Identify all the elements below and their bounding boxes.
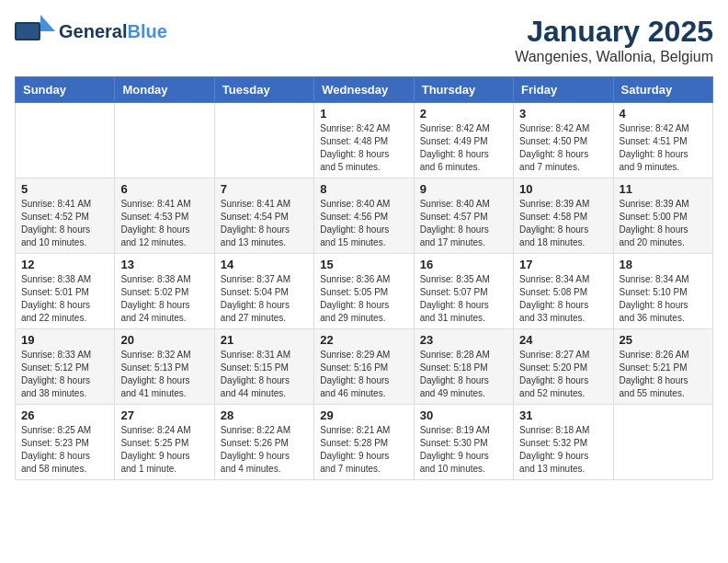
calendar-cell: 15Sunrise: 8:36 AM Sunset: 5:05 PM Dayli… [314, 254, 414, 329]
day-info: Sunrise: 8:36 AM Sunset: 5:05 PM Dayligh… [320, 273, 407, 325]
weekday-header-sunday: Sunday [16, 77, 115, 103]
day-number: 19 [21, 333, 108, 347]
calendar-cell: 31Sunrise: 8:18 AM Sunset: 5:32 PM Dayli… [514, 405, 613, 480]
calendar-cell: 7Sunrise: 8:41 AM Sunset: 4:54 PM Daylig… [214, 178, 313, 254]
day-info: Sunrise: 8:42 AM Sunset: 4:51 PM Dayligh… [620, 122, 707, 174]
day-info: Sunrise: 8:29 AM Sunset: 5:16 PM Dayligh… [320, 349, 407, 400]
day-info: Sunrise: 8:31 AM Sunset: 5:15 PM Dayligh… [221, 349, 308, 400]
weekday-header-tuesday: Tuesday [214, 77, 313, 103]
day-number: 6 [120, 182, 208, 196]
calendar-cell: 1Sunrise: 8:42 AM Sunset: 4:48 PM Daylig… [314, 103, 414, 178]
day-number: 4 [620, 107, 707, 121]
calendar-cell: 8Sunrise: 8:40 AM Sunset: 4:56 PM Daylig… [314, 178, 414, 254]
calendar-cell: 14Sunrise: 8:37 AM Sunset: 5:04 PM Dayli… [214, 254, 313, 329]
day-number: 25 [620, 333, 707, 347]
day-number: 10 [519, 182, 607, 196]
day-number: 30 [420, 408, 507, 422]
weekday-header-row: SundayMondayTuesdayWednesdayThursdayFrid… [16, 77, 713, 103]
logo: GeneralBlue [15, 15, 167, 48]
day-number: 20 [120, 333, 208, 347]
day-number: 31 [519, 408, 607, 422]
day-number: 28 [221, 408, 308, 422]
day-number: 27 [120, 408, 208, 422]
day-info: Sunrise: 8:40 AM Sunset: 4:56 PM Dayligh… [320, 198, 407, 249]
day-info: Sunrise: 8:38 AM Sunset: 5:02 PM Dayligh… [120, 273, 208, 325]
day-info: Sunrise: 8:42 AM Sunset: 4:48 PM Dayligh… [320, 122, 407, 174]
day-info: Sunrise: 8:25 AM Sunset: 5:23 PM Dayligh… [21, 424, 108, 476]
day-info: Sunrise: 8:39 AM Sunset: 4:58 PM Dayligh… [519, 198, 607, 249]
week-row-3: 12Sunrise: 8:38 AM Sunset: 5:01 PM Dayli… [16, 254, 713, 329]
page-header: GeneralBlue January 2025 Wangenies, Wall… [15, 15, 713, 65]
weekday-header-saturday: Saturday [613, 77, 712, 103]
weekday-header-wednesday: Wednesday [314, 77, 414, 103]
day-info: Sunrise: 8:19 AM Sunset: 5:30 PM Dayligh… [420, 424, 507, 476]
calendar-cell: 25Sunrise: 8:26 AM Sunset: 5:21 PM Dayli… [613, 329, 712, 405]
week-row-1: 1Sunrise: 8:42 AM Sunset: 4:48 PM Daylig… [16, 103, 713, 178]
day-info: Sunrise: 8:34 AM Sunset: 5:10 PM Dayligh… [620, 273, 707, 325]
day-number: 13 [120, 258, 208, 271]
calendar-cell: 20Sunrise: 8:32 AM Sunset: 5:13 PM Dayli… [115, 329, 214, 405]
day-info: Sunrise: 8:42 AM Sunset: 4:50 PM Dayligh… [519, 122, 607, 174]
calendar-cell: 12Sunrise: 8:38 AM Sunset: 5:01 PM Dayli… [16, 254, 115, 329]
day-number: 5 [21, 182, 108, 196]
day-number: 26 [21, 408, 108, 422]
calendar-cell [613, 405, 712, 480]
calendar-cell: 23Sunrise: 8:28 AM Sunset: 5:18 PM Dayli… [414, 329, 513, 405]
weekday-header-friday: Friday [514, 77, 613, 103]
calendar-cell: 30Sunrise: 8:19 AM Sunset: 5:30 PM Dayli… [414, 405, 513, 480]
calendar-cell: 3Sunrise: 8:42 AM Sunset: 4:50 PM Daylig… [514, 103, 613, 178]
calendar-cell [115, 103, 214, 178]
day-info: Sunrise: 8:34 AM Sunset: 5:08 PM Dayligh… [519, 273, 607, 325]
day-number: 7 [221, 182, 308, 196]
calendar-cell [214, 103, 313, 178]
day-info: Sunrise: 8:33 AM Sunset: 5:12 PM Dayligh… [21, 349, 108, 400]
day-info: Sunrise: 8:26 AM Sunset: 5:21 PM Dayligh… [620, 349, 707, 400]
calendar-cell: 22Sunrise: 8:29 AM Sunset: 5:16 PM Dayli… [314, 329, 414, 405]
day-info: Sunrise: 8:37 AM Sunset: 5:04 PM Dayligh… [221, 273, 308, 325]
page-title: January 2025 [515, 15, 713, 49]
page-subtitle: Wangenies, Wallonia, Belgium [515, 49, 713, 65]
logo-icon [15, 15, 55, 48]
day-number: 22 [320, 333, 407, 347]
day-info: Sunrise: 8:41 AM Sunset: 4:53 PM Dayligh… [120, 198, 208, 249]
day-info: Sunrise: 8:27 AM Sunset: 5:20 PM Dayligh… [519, 349, 607, 400]
calendar-cell: 28Sunrise: 8:22 AM Sunset: 5:26 PM Dayli… [214, 405, 313, 480]
logo-text: GeneralBlue [59, 21, 167, 41]
calendar-cell: 19Sunrise: 8:33 AM Sunset: 5:12 PM Dayli… [16, 329, 115, 405]
day-info: Sunrise: 8:28 AM Sunset: 5:18 PM Dayligh… [420, 349, 507, 400]
day-number: 11 [620, 182, 707, 196]
day-number: 15 [320, 258, 407, 271]
calendar-cell: 27Sunrise: 8:24 AM Sunset: 5:25 PM Dayli… [115, 405, 214, 480]
day-number: 23 [420, 333, 507, 347]
day-number: 17 [519, 258, 607, 271]
weekday-header-thursday: Thursday [414, 77, 513, 103]
day-number: 3 [519, 107, 607, 121]
week-row-5: 26Sunrise: 8:25 AM Sunset: 5:23 PM Dayli… [16, 405, 713, 480]
day-info: Sunrise: 8:38 AM Sunset: 5:01 PM Dayligh… [21, 273, 108, 325]
day-number: 16 [420, 258, 507, 271]
svg-rect-2 [17, 24, 39, 39]
calendar-cell: 21Sunrise: 8:31 AM Sunset: 5:15 PM Dayli… [214, 329, 313, 405]
calendar-cell: 24Sunrise: 8:27 AM Sunset: 5:20 PM Dayli… [514, 329, 613, 405]
calendar-cell: 6Sunrise: 8:41 AM Sunset: 4:53 PM Daylig… [115, 178, 214, 254]
calendar-table: SundayMondayTuesdayWednesdayThursdayFrid… [15, 76, 713, 480]
day-info: Sunrise: 8:32 AM Sunset: 5:13 PM Dayligh… [120, 349, 208, 400]
day-info: Sunrise: 8:24 AM Sunset: 5:25 PM Dayligh… [120, 424, 208, 476]
day-info: Sunrise: 8:41 AM Sunset: 4:54 PM Dayligh… [221, 198, 308, 249]
calendar-cell: 10Sunrise: 8:39 AM Sunset: 4:58 PM Dayli… [514, 178, 613, 254]
day-number: 2 [420, 107, 507, 121]
day-info: Sunrise: 8:41 AM Sunset: 4:52 PM Dayligh… [21, 198, 108, 249]
day-number: 12 [21, 258, 108, 271]
calendar-cell: 26Sunrise: 8:25 AM Sunset: 5:23 PM Dayli… [16, 405, 115, 480]
day-info: Sunrise: 8:21 AM Sunset: 5:28 PM Dayligh… [320, 424, 407, 476]
calendar-cell: 4Sunrise: 8:42 AM Sunset: 4:51 PM Daylig… [613, 103, 712, 178]
day-info: Sunrise: 8:35 AM Sunset: 5:07 PM Dayligh… [420, 273, 507, 325]
calendar-cell: 29Sunrise: 8:21 AM Sunset: 5:28 PM Dayli… [314, 405, 414, 480]
title-block: January 2025 Wangenies, Wallonia, Belgiu… [515, 15, 713, 65]
day-number: 29 [320, 408, 407, 422]
day-number: 21 [221, 333, 308, 347]
day-info: Sunrise: 8:18 AM Sunset: 5:32 PM Dayligh… [519, 424, 607, 476]
day-number: 1 [320, 107, 407, 121]
day-number: 24 [519, 333, 607, 347]
calendar-cell: 11Sunrise: 8:39 AM Sunset: 5:00 PM Dayli… [613, 178, 712, 254]
